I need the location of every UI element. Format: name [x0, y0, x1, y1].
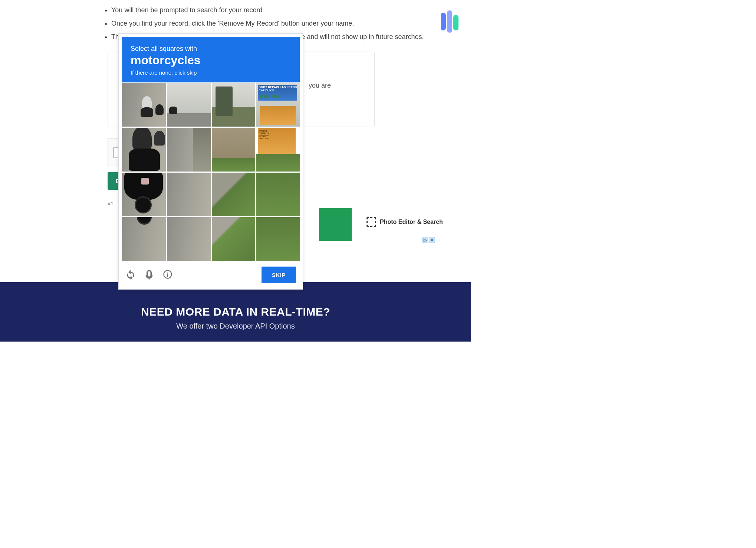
skip-button[interactable]: SKIP — [262, 267, 296, 283]
ad-green-block[interactable] — [319, 208, 352, 241]
captcha-grid: BODY REPAIR LAS KETOG CAT DUKO Maju Jaya… — [122, 82, 300, 261]
adchoices-close-icon[interactable]: ✕ — [429, 237, 435, 243]
captcha-tile[interactable] — [167, 172, 211, 217]
captcha-tile[interactable] — [167, 217, 211, 261]
adchoices[interactable]: ▷ ✕ — [422, 237, 435, 243]
adchoices-info-icon[interactable]: ▷ — [422, 237, 428, 243]
instruction-item: You will then be prompted to search for … — [111, 4, 456, 16]
audio-icon[interactable] — [144, 269, 154, 281]
instruction-item: Once you find your record, click the 'Re… — [111, 17, 456, 30]
captcha-tile[interactable] — [211, 217, 256, 261]
captcha-tile[interactable]: BODY REPAIR LAS KETOG CAT DUKO Maju Jaya — [256, 82, 300, 127]
captcha-target: motorcycles — [131, 53, 291, 67]
captcha-tile[interactable] — [122, 172, 166, 217]
captcha-footer: SKIP — [122, 261, 300, 286]
captcha-prompt-line1: Select all squares with — [131, 45, 291, 53]
brand-logo — [441, 10, 458, 30]
sponsor-icon — [367, 217, 376, 227]
footer-band: NEED MORE DATA IN REAL-TIME? We offer tw… — [0, 282, 471, 342]
captcha-tile[interactable] — [211, 82, 256, 127]
captcha-tile[interactable] — [122, 217, 166, 261]
footer-heading: NEED MORE DATA IN REAL-TIME? — [141, 306, 330, 318]
info-icon[interactable] — [162, 269, 173, 281]
captcha-tile[interactable]: PAGARTERALISKANOPYBALCON — [256, 127, 300, 172]
ad-sponsor[interactable]: Photo Editor & Search — [367, 217, 443, 227]
captcha-tile[interactable] — [122, 127, 166, 172]
sponsor-label: Photo Editor & Search — [380, 219, 443, 225]
reload-icon[interactable] — [125, 269, 136, 281]
captcha-tile[interactable] — [256, 217, 300, 261]
captcha-tile[interactable] — [122, 82, 166, 127]
sign-text: BODY REPAIR LAS KETOG CAT DUKO — [259, 86, 300, 92]
captcha-prompt-line3: If there are none, click skip — [131, 69, 291, 76]
sign-brand: Maju Jaya — [260, 94, 280, 98]
captcha-tile[interactable] — [256, 172, 300, 217]
captcha-tile[interactable] — [167, 127, 211, 172]
captcha-popup: Select all squares with motorcycles If t… — [118, 33, 303, 290]
captcha-tile[interactable] — [211, 172, 256, 217]
captcha-tile[interactable] — [211, 127, 256, 172]
captcha-header: Select all squares with motorcycles If t… — [122, 37, 300, 82]
footer-sub: We offer two Developer API Options — [176, 322, 295, 330]
captcha-tile[interactable] — [167, 82, 211, 127]
